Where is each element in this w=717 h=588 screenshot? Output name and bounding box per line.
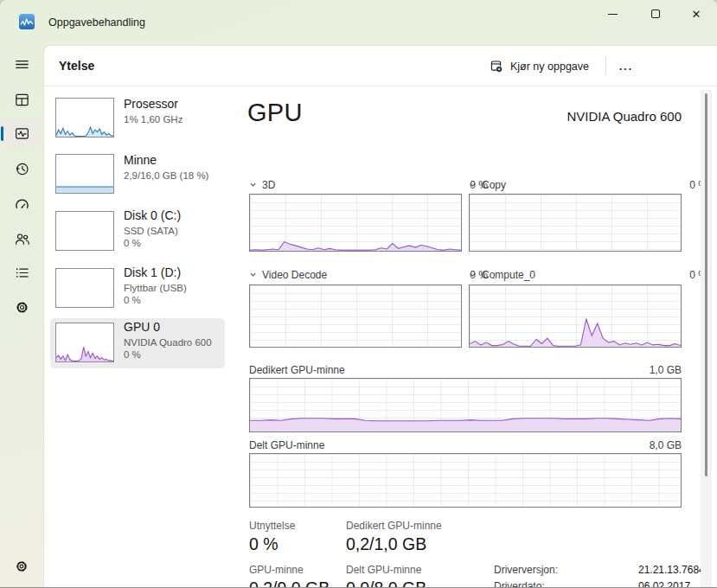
chart-3d (249, 194, 462, 252)
close-icon: ✕ (692, 9, 701, 20)
detail-row: Driverdato:06.02.2017 (494, 578, 717, 588)
perf-item-title: Disk 1 (D:) (124, 265, 181, 279)
perf-item-sub: Flyttbar (USB) (124, 283, 187, 293)
settings-button[interactable] (4, 552, 39, 581)
maximize-button[interactable] (636, 0, 675, 28)
gpu-details-table: Driverversjon:21.21.13.7684 Driverdato:0… (494, 562, 717, 588)
run-new-task-button[interactable]: Kjør ny oppgave (480, 54, 598, 79)
chevron-down-icon (469, 269, 477, 281)
chart-video-series (250, 285, 461, 347)
stat-label-shared: Delt GPU-minne (346, 564, 421, 576)
hamburger-icon (14, 56, 30, 73)
disk1-mini-chart (55, 268, 114, 308)
run-new-task-label: Kjør ny oppgave (510, 61, 589, 73)
minimize-icon (608, 14, 618, 15)
dedicated-memory-max: 1,0 GB (630, 364, 682, 376)
content-panel: Ytelse Kjør ny oppgave ... Prosessor 1% … (43, 45, 717, 588)
chart-compute-series (470, 285, 681, 347)
sidebar-item-app-history[interactable] (4, 154, 39, 183)
performance-icon (14, 125, 30, 142)
perf-item-title: Prosessor (124, 97, 178, 111)
chevron-down-icon (249, 179, 257, 191)
dedicated-memory-label: Dedikert GPU-minne (249, 364, 345, 376)
header-separator (605, 57, 606, 75)
perf-item-title: Minne (124, 153, 157, 167)
sidebar-item-processes[interactable] (4, 85, 39, 114)
chart-copy (469, 194, 682, 252)
perf-item-sub2: 0 % (124, 295, 141, 305)
chart-copy-series (470, 195, 681, 251)
memory-mini-chart (55, 154, 114, 194)
menu-button[interactable] (4, 49, 39, 79)
chart-header-copy[interactable]: Copy (469, 179, 506, 191)
minimize-button[interactable] (592, 0, 632, 28)
perf-item-disk0[interactable]: Disk 0 (C:) SSD (SATA) 0 % (50, 207, 225, 262)
chart-header-compute0[interactable]: Compute_0 (469, 269, 535, 281)
detail-label: Driverdato: (494, 578, 638, 588)
perf-item-sub: 1% 1,60 GHz (124, 114, 182, 125)
page-title: Ytelse (59, 59, 94, 73)
perf-item-cpu[interactable]: Prosessor 1% 1,60 GHz (50, 93, 225, 145)
stat-value-dedicated: 0,2/1,0 GB (346, 534, 426, 554)
services-cog-icon (14, 299, 30, 316)
history-icon (14, 161, 30, 177)
nav-rail (0, 45, 43, 588)
window-title: Oppgavebehandling (48, 16, 145, 29)
title-bar: Oppgavebehandling ✕ (0, 0, 717, 45)
perf-item-gpu[interactable]: GPU 0 NVIDIA Quadro 600 0 % (50, 318, 225, 368)
perf-item-disk1[interactable]: Disk 1 (D:) Flyttbar (USB) 0 % (50, 264, 225, 319)
detail-value: 06.02.2017 (638, 578, 690, 588)
sidebar-item-services[interactable] (4, 292, 39, 322)
list-icon (14, 265, 30, 281)
perf-item-sub: 2,9/16,0 GB (18 %) (124, 170, 208, 181)
new-task-icon (489, 59, 503, 74)
chart-label: Video Decode (262, 269, 327, 281)
page-header: Ytelse Kjør ny oppgave ... (44, 46, 717, 86)
app-icon (19, 14, 35, 29)
chart-3d-series (250, 195, 461, 251)
chart-value-copy: 0 % (656, 179, 707, 191)
chart-video-decode (249, 284, 462, 348)
gpu-pane: GPU NVIDIA Quadro 600 3D 0 % Copy 0 % (247, 86, 717, 588)
cpu-mini-chart (55, 98, 114, 137)
gpu-mini-chart (55, 323, 114, 362)
scrollbar-thumb[interactable] (705, 93, 707, 476)
scrollbar-track[interactable] (701, 90, 712, 588)
gpu-pane-title: GPU (247, 99, 303, 127)
perf-item-memory[interactable]: Minne 2,9/16,0 GB (18 %) (50, 150, 225, 201)
perf-item-title: GPU 0 (124, 320, 160, 334)
stat-value-gpu-memory: 0,2/9,0 GB (249, 578, 330, 588)
detail-label: Driverversjon: (494, 562, 638, 578)
perf-item-sub2: 0 % (124, 349, 141, 360)
perf-item-title: Disk 0 (C:) (124, 208, 181, 222)
processes-icon (14, 92, 30, 108)
shared-memory-max: 8,0 GB (630, 439, 682, 451)
users-icon (14, 231, 30, 247)
stat-label-dedicated: Dedikert GPU-minne (346, 520, 442, 532)
chart-dedicated-series (250, 379, 681, 431)
sidebar-item-users[interactable] (4, 224, 39, 253)
maximize-icon (651, 10, 660, 18)
selected-accent-bar (1, 126, 3, 141)
chart-value-compute: 0 % (656, 269, 707, 281)
sidebar-item-details[interactable] (4, 258, 39, 287)
chart-header-3d[interactable]: 3D (249, 179, 275, 191)
stat-label-utilization: Utnyttelse (249, 520, 295, 532)
chart-header-video-decode[interactable]: Video Decode (249, 269, 327, 281)
chart-shared-memory (249, 453, 682, 508)
detail-value: 21.21.13.7684 (638, 562, 705, 578)
gpu-device-name: NVIDIA Quadro 600 (567, 109, 682, 124)
close-button[interactable]: ✕ (676, 0, 716, 28)
chart-label: Copy (482, 179, 506, 191)
more-options-button[interactable]: ... (611, 54, 641, 79)
sidebar-item-startup-apps[interactable] (4, 189, 39, 219)
stat-label-gpu-memory: GPU-minne (249, 564, 304, 576)
chevron-down-icon (249, 269, 257, 281)
shared-memory-label: Delt GPU-minne (249, 439, 324, 451)
perf-item-sub2: 0 % (124, 238, 141, 248)
chart-compute0 (469, 284, 682, 348)
stat-value-utilization: 0 % (249, 534, 278, 554)
perf-item-sub: SSD (SATA) (124, 226, 178, 236)
task-manager-window: Oppgavebehandling ✕ (0, 0, 717, 588)
sidebar-item-performance[interactable] (4, 118, 39, 148)
